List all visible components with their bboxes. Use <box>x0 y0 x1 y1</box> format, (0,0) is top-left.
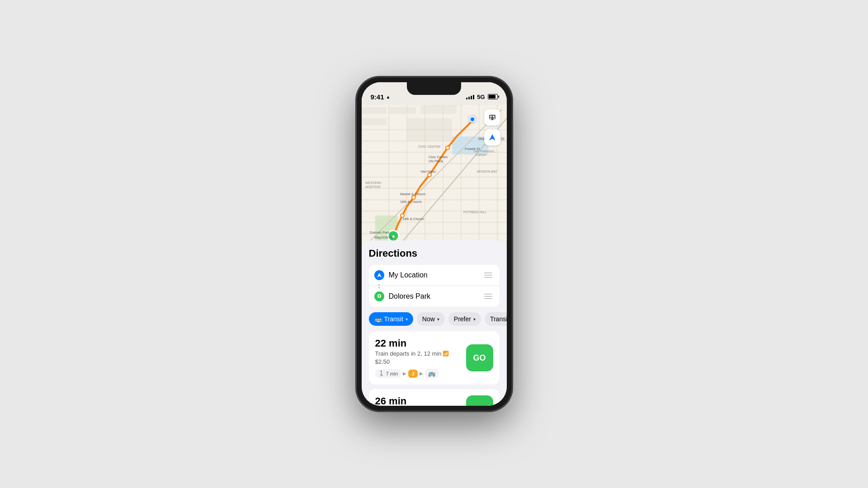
status-right-icons: 5G <box>466 94 497 100</box>
live-signal-icon: 📶 <box>443 351 449 357</box>
prefer-filter-chip[interactable]: Prefer ▾ <box>448 312 481 326</box>
route-card-2[interactable]: 26 min Train departs in 6, 8 min GO <box>369 389 500 406</box>
svg-point-64 <box>378 295 380 297</box>
origin-row[interactable]: My Location <box>369 265 500 286</box>
time-display: 9:41 <box>371 93 384 101</box>
transit-filter-chip[interactable]: 🚌 Transit ▾ <box>369 312 413 326</box>
battery-icon <box>488 94 498 99</box>
map-view[interactable]: ● Montgomery St Powell St Civic Center/ … <box>362 82 507 249</box>
signal-bars-icon <box>466 94 474 99</box>
svg-text:POTRERO HILL: POTRERO HILL <box>463 211 486 214</box>
route-1-steps: 🚶 7 min ▶ J ▶ 🚌 <box>375 369 462 378</box>
svg-text:16th & Church: 16th & Church <box>400 200 422 204</box>
route-1-duration: 22 min <box>375 338 462 349</box>
svg-rect-2 <box>389 107 416 114</box>
svg-text:Dolores Park,: Dolores Park, <box>370 230 390 235</box>
walk-icon: 🚶 <box>378 371 385 376</box>
transit-chevron-icon: ▾ <box>406 317 408 322</box>
svg-text:UN Plaza: UN Plaza <box>429 159 443 163</box>
svg-point-30 <box>446 146 449 150</box>
walk-step: 🚶 7 min <box>375 369 401 378</box>
svg-text:18th & Church: 18th & Church <box>402 217 424 221</box>
svg-rect-3 <box>362 118 387 125</box>
transit-icon <box>488 113 497 122</box>
prefer-chevron-icon: ▾ <box>473 317 476 322</box>
origin-drag-handle[interactable] <box>482 271 494 280</box>
bus-step: 🚌 <box>425 369 439 378</box>
route-1-departs: Train departs in 2, 12 min 📶 <box>375 350 462 357</box>
location-arrow-icon: ▲ <box>386 94 391 99</box>
phone-device: 9:41 ▲ 5G <box>356 77 512 411</box>
origin-icon <box>374 270 384 280</box>
location-arrow-icon <box>377 272 382 278</box>
svg-rect-1 <box>362 107 387 114</box>
transit-chip-icon: 🚌 <box>374 315 382 323</box>
svg-point-36 <box>468 115 477 124</box>
svg-rect-58 <box>490 116 492 117</box>
destination-row[interactable]: Dolores Park <box>369 286 500 307</box>
location-card: My Location <box>369 265 500 307</box>
transit-card-filter-chip[interactable]: Transit Card <box>485 312 507 326</box>
svg-text:Van Ness: Van Ness <box>420 169 436 174</box>
origin-label: My Location <box>389 271 478 279</box>
svg-point-61 <box>493 117 495 119</box>
route-1-price: $2.50 <box>375 358 462 365</box>
filter-bar: 🚌 Transit ▾ Now ▾ Prefer ▾ Transit Card <box>362 312 507 331</box>
svg-text:Market & Church: Market & Church <box>400 192 425 196</box>
step-arrow-2-icon: ▶ <box>420 371 423 376</box>
step-arrow-icon: ▶ <box>403 371 406 376</box>
route-card-1[interactable]: 22 min Train departs in 2, 12 min 📶 $2.5… <box>369 331 500 385</box>
go-button-2[interactable]: GO <box>466 395 493 406</box>
svg-rect-59 <box>493 116 495 117</box>
routes-list: 22 min Train departs in 2, 12 min 📶 $2.5… <box>362 331 507 406</box>
map-streets-svg: ● Montgomery St Powell St Civic Center/ … <box>362 82 507 249</box>
svg-text:Civic Center/: Civic Center/ <box>429 155 448 159</box>
pin-icon <box>377 294 382 300</box>
map-transit-type-button[interactable] <box>484 109 500 126</box>
route-1-info: 22 min Train departs in 2, 12 min 📶 $2.5… <box>375 338 462 378</box>
svg-text:MISSION BAY: MISSION BAY <box>477 170 497 173</box>
svg-text:San Francisco,: San Francisco, <box>474 150 495 153</box>
route-2-info: 26 min Train departs in 6, 8 min <box>375 395 462 406</box>
now-filter-chip[interactable]: Now ▾ <box>417 312 445 326</box>
directions-title: Directions <box>369 248 500 259</box>
now-chip-label: Now <box>422 315 435 323</box>
destination-icon <box>374 291 384 301</box>
route-2-duration: 26 min <box>375 395 462 406</box>
svg-point-60 <box>490 117 491 119</box>
directions-section: Directions My Location <box>362 240 507 307</box>
my-location-button[interactable] <box>484 129 500 145</box>
phone-notch <box>407 82 461 95</box>
destination-drag-handle[interactable] <box>482 292 494 301</box>
route-connector-dots <box>378 284 380 288</box>
svg-text:Way/20th St: Way/20th St <box>374 235 393 239</box>
svg-point-32 <box>412 196 415 199</box>
transit-chip-label: Transit <box>384 315 403 323</box>
j-train-step: J <box>408 370 417 378</box>
svg-point-31 <box>428 173 431 177</box>
svg-text:ADDITION: ADDITION <box>365 185 380 188</box>
svg-text:Caltrain: Caltrain <box>476 153 486 156</box>
svg-text:CIVIC CENTER: CIVIC CENTER <box>418 145 440 148</box>
svg-rect-62 <box>491 119 493 120</box>
prefer-chip-label: Prefer <box>454 315 471 323</box>
network-type: 5G <box>477 94 485 100</box>
status-time: 9:41 ▲ <box>371 93 391 101</box>
destination-label: Dolores Park <box>389 292 478 300</box>
go-button-1[interactable]: GO <box>466 344 493 371</box>
phone-screen: 9:41 ▲ 5G <box>362 82 507 406</box>
directions-panel: Directions My Location <box>362 240 507 406</box>
svg-text:WESTERN: WESTERN <box>365 181 381 184</box>
location-arrow-icon <box>488 133 496 141</box>
transit-card-chip-label: Transit Card <box>490 315 507 323</box>
now-chevron-icon: ▾ <box>437 317 439 322</box>
